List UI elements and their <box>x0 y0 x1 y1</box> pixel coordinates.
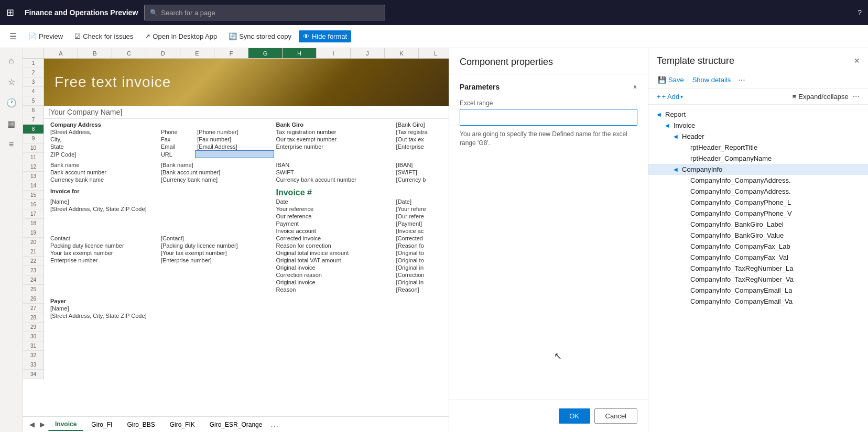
row-1[interactable]: 1 <box>23 59 44 68</box>
row-29[interactable]: 29 <box>23 323 44 332</box>
tree-item-bank-giro-value[interactable]: ◀ CompanyInfo_BankGiro_Value <box>648 230 868 241</box>
row-4[interactable]: 4 <box>23 87 44 96</box>
row-26[interactable]: 26 <box>23 294 44 304</box>
close-button[interactable]: × <box>854 56 860 67</box>
save-button[interactable]: 💾 Save <box>657 75 685 85</box>
excel-range-input[interactable] <box>460 109 637 126</box>
url-input-cell[interactable] <box>195 151 274 158</box>
sync-button[interactable]: 🔄 Sync stored copy <box>224 30 296 42</box>
check-issues-button[interactable]: ☑ Check for issues <box>70 30 137 42</box>
tree-item-company-phone-l[interactable]: ◀ CompanyInfo_CompanyPhone_L <box>648 197 868 208</box>
row-6[interactable]: 6 <box>23 106 44 115</box>
grid-icon[interactable]: ▦ <box>3 115 20 132</box>
row-33[interactable]: 33 <box>23 360 44 370</box>
tab-invoice[interactable]: Invoice <box>48 418 83 431</box>
col-L[interactable]: L <box>419 48 449 58</box>
ok-button[interactable]: OK <box>559 408 590 424</box>
tree-item-tax-reg-la[interactable]: ◀ CompanyInfo_TaxRegNumber_La <box>648 263 868 274</box>
row-20[interactable]: 20 <box>23 238 44 247</box>
row-16[interactable]: 16 <box>23 200 44 209</box>
row-19[interactable]: 19 <box>23 228 44 238</box>
col-D[interactable]: D <box>146 48 180 58</box>
col-K[interactable]: K <box>385 48 419 58</box>
clock-icon[interactable]: 🕐 <box>3 94 20 111</box>
waffle-icon[interactable]: ⊞ <box>6 7 14 18</box>
tab-prev-button[interactable]: ◀ <box>27 419 37 429</box>
col-J[interactable]: J <box>351 48 385 58</box>
toolbar-dots-button[interactable]: ··· <box>738 75 745 85</box>
preview-button[interactable]: 📄 Preview <box>24 30 67 42</box>
tree-item-email-va[interactable]: ◀ CompanyInfo_CompanyEmail_Va <box>648 296 868 307</box>
row-11[interactable]: 11 <box>23 153 44 162</box>
tab-giro-esr[interactable]: Giro_ESR_Orange <box>203 418 269 431</box>
hamburger-button[interactable]: ☰ <box>5 29 21 43</box>
cancel-button[interactable]: Cancel <box>594 408 637 424</box>
tree-item-report[interactable]: ◀ Report <box>648 109 868 120</box>
tree-item-company-addr1[interactable]: ◀ CompanyInfo_CompanyAddress. <box>648 175 868 186</box>
col-I[interactable]: I <box>317 48 351 58</box>
search-bar[interactable]: 🔍 Search for a page <box>144 5 385 20</box>
tab-next-button[interactable]: ▶ <box>38 419 47 429</box>
col-E[interactable]: E <box>180 48 214 58</box>
row-17[interactable]: 17 <box>23 209 44 219</box>
row-27[interactable]: 27 <box>23 304 44 313</box>
add-button[interactable]: + + Add ▾ <box>657 93 683 101</box>
tree-container: ◀ Report ◀ Invoice ◀ Header <box>648 105 868 432</box>
row-30[interactable]: 30 <box>23 332 44 341</box>
tab-more-button[interactable]: … <box>270 420 278 429</box>
row-13[interactable]: 13 <box>23 172 44 181</box>
row-15[interactable]: 15 <box>23 191 44 200</box>
row-3[interactable]: 3 <box>23 77 44 87</box>
row-24[interactable]: 24 <box>23 275 44 285</box>
row-21[interactable]: 21 <box>23 247 44 257</box>
row-31[interactable]: 31 <box>23 341 44 351</box>
reason-corr-label: Reason for correction <box>274 242 386 249</box>
hide-format-button[interactable]: 👁 Hide format <box>299 30 351 42</box>
tree-item-bank-giro-label[interactable]: ◀ CompanyInfo_BankGiro_Label <box>648 219 868 230</box>
tree-item-rpt-company-name[interactable]: ◀ rptHeader_CompanyName <box>648 153 868 164</box>
tree-item-header[interactable]: ◀ Header <box>648 131 868 142</box>
expand-dots-button[interactable]: ··· <box>853 92 860 101</box>
tab-giro-bbs[interactable]: Giro_BBS <box>120 418 161 431</box>
row-12[interactable]: 12 <box>23 162 44 172</box>
show-details-button[interactable]: Show details <box>691 75 732 85</box>
row-14[interactable]: 14 <box>23 181 44 191</box>
row-23[interactable]: 23 <box>23 266 44 275</box>
row-8[interactable]: 8 <box>23 125 44 134</box>
tree-item-company-info[interactable]: ◀ CompanyInfo <box>648 164 868 175</box>
help-icon[interactable]: ? <box>858 8 862 17</box>
tab-giro-fi[interactable]: Giro_FI <box>84 418 119 431</box>
col-C[interactable]: C <box>112 48 146 58</box>
tree-item-company-fax-lab[interactable]: ◀ CompanyInfo_CompanyFax_Lab <box>648 241 868 252</box>
col-A[interactable]: A <box>44 48 78 58</box>
open-desktop-button[interactable]: ↗ Open in Desktop App <box>140 30 221 42</box>
tree-item-email-la[interactable]: ◀ CompanyInfo_CompanyEmail_La <box>648 285 868 296</box>
row-34[interactable]: 34 <box>23 370 44 379</box>
home-icon[interactable]: ⌂ <box>3 52 20 69</box>
tree-item-company-phone-v[interactable]: ◀ CompanyInfo_CompanyPhone_V <box>648 208 868 219</box>
row-9[interactable]: 9 <box>23 134 44 143</box>
row-25[interactable]: 25 <box>23 285 44 294</box>
expand-collapse-button[interactable]: ≡ Expand/collapse <box>793 93 849 101</box>
tree-item-company-addr2[interactable]: ◀ CompanyInfo_CompanyAddress. <box>648 186 868 197</box>
row-28[interactable]: 28 <box>23 313 44 323</box>
row-2[interactable]: 2 <box>23 68 44 77</box>
tree-item-invoice[interactable]: ◀ Invoice <box>648 120 868 131</box>
parameters-title-row[interactable]: Parameters ∧ <box>460 83 637 91</box>
col-G[interactable]: G <box>248 48 283 58</box>
tab-giro-fik[interactable]: Giro_FIK <box>163 418 202 431</box>
row-7[interactable]: 7 <box>23 115 44 125</box>
star-icon[interactable]: ☆ <box>3 73 20 90</box>
col-F[interactable]: F <box>214 48 248 58</box>
row-10[interactable]: 10 <box>23 143 44 153</box>
col-H[interactable]: H <box>283 48 317 58</box>
row-32[interactable]: 32 <box>23 351 44 360</box>
tree-item-tax-reg-va[interactable]: ◀ CompanyInfo_TaxRegNumber_Va <box>648 274 868 285</box>
col-B[interactable]: B <box>78 48 112 58</box>
row-5[interactable]: 5 <box>23 96 44 106</box>
row-22[interactable]: 22 <box>23 257 44 266</box>
row-18[interactable]: 18 <box>23 219 44 228</box>
tree-item-company-fax-val[interactable]: ◀ CompanyInfo_CompanyFax_Val <box>648 252 868 263</box>
list-icon[interactable]: ≡ <box>3 136 20 153</box>
tree-item-rpt-report-title[interactable]: ◀ rptHeader_ReportTitle <box>648 142 868 153</box>
